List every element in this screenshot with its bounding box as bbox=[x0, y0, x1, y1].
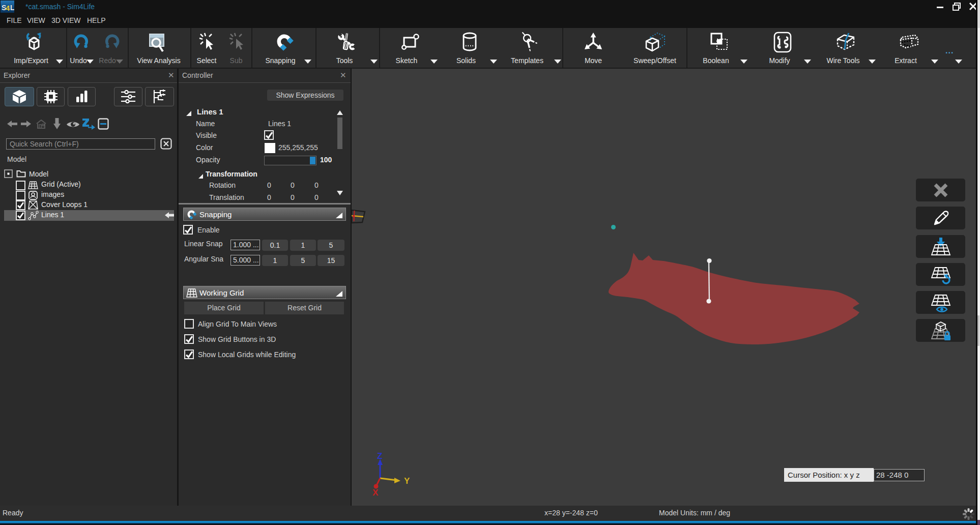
svg-text:L: L bbox=[10, 4, 14, 12]
svg-text:Y: Y bbox=[404, 476, 410, 486]
svg-text:X: X bbox=[372, 488, 379, 498]
svg-text:4: 4 bbox=[6, 4, 10, 12]
svg-text:Z: Z bbox=[377, 451, 382, 461]
